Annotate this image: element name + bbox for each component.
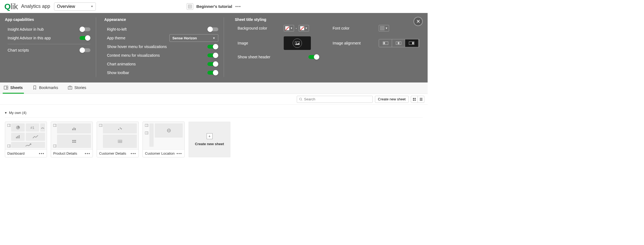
card-footer: Dashboard ••• (5, 149, 47, 157)
sheet-card-dashboard[interactable]: #1 Dashboard ••• (5, 122, 47, 157)
toggle-hover-menu[interactable] (207, 45, 218, 49)
tab-label: Bookmarks (39, 85, 58, 90)
align-center-icon (396, 42, 401, 45)
align-left-icon (383, 42, 388, 45)
font-color-label: Font color (333, 26, 379, 30)
bg-color-to[interactable]: ▼ (299, 25, 309, 31)
cap-row-hub: Insight Advisor in hub (8, 25, 90, 34)
cap-row-scripts: Chart scripts (8, 46, 90, 55)
appearance-label: Show toolbar (107, 71, 129, 75)
divider (8, 44, 90, 44)
bg-color-group: ▼ - ▼ (284, 25, 333, 31)
sheet-thumbnail: #1 (5, 122, 47, 149)
search-box[interactable] (297, 96, 373, 103)
align-left-button[interactable] (379, 39, 392, 47)
cap-row-app: Insight Advisor in this app (8, 34, 90, 42)
divider (96, 17, 96, 77)
svg-rect-25 (74, 140, 75, 141)
plus-icon: + (207, 133, 213, 139)
sheet-title: Customer Details (99, 151, 126, 155)
appearance-row-hover: Show hover menu for visualizations (107, 42, 218, 51)
tab-label: Stories (74, 85, 86, 90)
more-icon[interactable]: ••• (85, 151, 90, 156)
tab-label: Sheets (10, 85, 23, 90)
svg-rect-28 (74, 142, 75, 143)
font-color-group: ▼ (379, 25, 419, 31)
search-icon (299, 98, 302, 101)
svg-rect-18 (16, 137, 17, 138)
grid-view-button[interactable] (411, 96, 418, 103)
toggle-show-toolbar[interactable] (207, 71, 218, 75)
create-new-sheet-button[interactable]: Create new sheet (375, 96, 409, 103)
dash: - (296, 26, 297, 30)
app-options-panel: ✕ App capabilities Insight Advisor in hu… (0, 13, 428, 82)
sheet-mini-icon (145, 132, 148, 134)
sheet-title: Product Details (53, 151, 77, 155)
appearance-heading: Appearance (104, 17, 218, 22)
sheet-thumbnail (143, 122, 184, 149)
bg-color-from[interactable]: ▼ (284, 25, 294, 31)
capabilities-heading: App capabilities (5, 17, 90, 22)
pie-chart-icon (11, 123, 25, 132)
view-tabs: Sheets Bookmarks Stories (0, 82, 428, 94)
svg-rect-21 (72, 129, 73, 130)
tab-bookmarks[interactable]: Bookmarks (31, 82, 59, 94)
svg-rect-29 (75, 142, 76, 143)
more-icon[interactable]: ••• (176, 151, 182, 156)
search-input[interactable] (304, 97, 370, 101)
theme-label: App theme (107, 36, 125, 40)
sheet-card-product-details[interactable]: Product Details ••• (51, 122, 93, 157)
globe-icon (155, 123, 183, 138)
app-title: Beginner's tutorial (196, 4, 232, 9)
list-view-button[interactable] (418, 96, 424, 103)
appearance-label: Chart animations (107, 62, 136, 66)
more-icon[interactable]: ••• (235, 4, 241, 9)
svg-point-1 (189, 6, 191, 7)
sheet-card-customer-details[interactable]: Customer Details ••• (97, 122, 139, 157)
appearance-column: Appearance Right-to-left App theme Sense… (102, 17, 218, 77)
sheet-title: Dashboard (7, 151, 25, 155)
more-icon[interactable]: ••• (131, 151, 136, 156)
toggle-context-menu[interactable] (207, 53, 218, 57)
toggle-rtl[interactable] (207, 27, 218, 31)
toggle-chart-animations[interactable] (207, 62, 218, 66)
create-sheet-label: Create new sheet (378, 97, 406, 101)
scatter-icon (103, 123, 137, 133)
image-icon (293, 39, 302, 48)
logo-rest: lik (11, 2, 18, 11)
section-header-my-own[interactable]: ▾ My own (4) (5, 108, 423, 118)
svg-rect-24 (72, 140, 73, 141)
toggle-show-sheet-header[interactable] (308, 55, 319, 59)
align-right-icon (409, 42, 414, 45)
font-color-picker[interactable]: ▼ (379, 25, 389, 31)
table-icon (103, 135, 137, 148)
tab-stories[interactable]: Stories (67, 82, 87, 94)
sheet-thumbnail (97, 122, 138, 149)
align-center-button[interactable] (392, 39, 405, 47)
close-button[interactable]: ✕ (413, 17, 423, 26)
sheet-card-customer-location[interactable]: Customer Location ••• (143, 122, 185, 157)
line-chart-icon (26, 133, 45, 141)
bar-chart-icon (11, 133, 25, 141)
tab-sheets[interactable]: Sheets (3, 82, 24, 94)
toggle-insight-app[interactable] (80, 36, 90, 40)
overview-dropdown[interactable]: Overview ▾ (54, 2, 96, 11)
no-color-icon (285, 26, 289, 30)
header-center: Beginner's tutorial ••• (187, 3, 241, 10)
sheet-info-icon[interactable] (187, 3, 193, 10)
overview-label: Overview (57, 4, 75, 9)
create-sheet-card[interactable]: + Create new sheet (188, 122, 231, 157)
appearance-row-rtl: Right-to-left (107, 25, 218, 34)
image-align-label: Image alignment (333, 41, 379, 45)
more-icon[interactable]: ••• (39, 151, 45, 156)
toggle-chart-scripts[interactable] (80, 48, 90, 52)
divider (224, 17, 224, 77)
theme-select[interactable]: Sense Horizon ▼ (169, 34, 218, 42)
gauge-icon (40, 123, 45, 132)
svg-rect-13 (415, 100, 416, 101)
toggle-insight-hub[interactable] (80, 27, 90, 31)
align-right-button[interactable] (405, 39, 418, 47)
show-header-row: Show sheet header (238, 55, 423, 59)
chevron-down-icon: ▾ (5, 111, 7, 115)
image-picker-button[interactable] (284, 36, 311, 50)
